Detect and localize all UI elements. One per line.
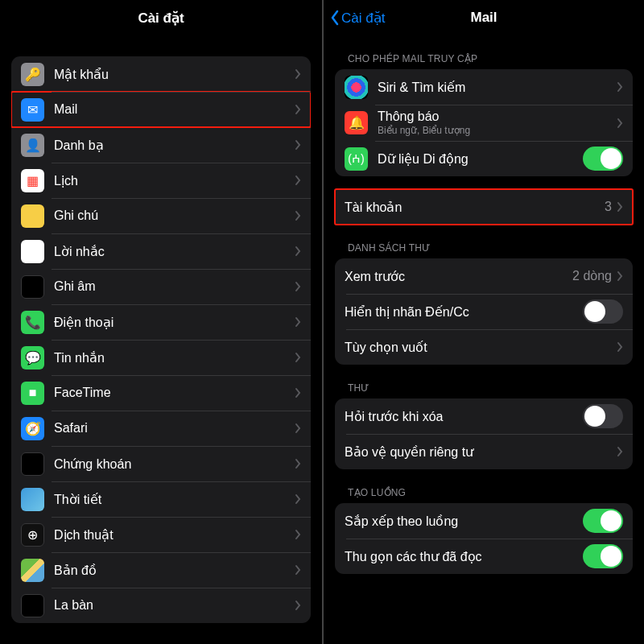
group-accounts: Tài khoản 3 (335, 189, 633, 225)
row-accounts[interactable]: Tài khoản 3 (335, 189, 633, 225)
chevron-right-icon (295, 600, 301, 611)
label: Thời tiết (54, 492, 295, 507)
messages-icon: 💬 (21, 346, 44, 369)
compass-icon (21, 594, 44, 617)
chevron-right-icon (295, 68, 301, 80)
section-header-mail: THƯ (335, 365, 633, 398)
cellular-toggle[interactable] (583, 147, 623, 171)
settings-screen: Cài đặt 🔑Mật khẩu✉︎Mail👤Danh bạ▦LịchGhi … (0, 0, 322, 644)
chevron-right-icon (295, 104, 301, 115)
chevron-right-icon (295, 210, 301, 221)
translate-icon: ⊕ (21, 523, 44, 547)
settings-row-stocks[interactable]: Chứng khoán (11, 446, 311, 481)
settings-row-messages[interactable]: 💬Tin nhắn (11, 340, 311, 375)
label: Tin nhắn (54, 350, 295, 365)
organize-toggle[interactable] (583, 509, 623, 533)
navbar: Cài đặt (0, 0, 322, 35)
chevron-right-icon (295, 316, 301, 328)
mail-scroll[interactable]: CHO PHÉP MAIL TRUY CẬP Siri & Tìm kiếm 🔔… (324, 35, 644, 644)
chevron-right-icon (295, 246, 301, 257)
row-ask-delete[interactable]: Hỏi trước khi xóa (335, 398, 633, 434)
accounts-count: 3 (605, 200, 612, 214)
settings-row-translate[interactable]: ⊕Dịch thuật (11, 517, 311, 552)
siri-icon (345, 76, 368, 99)
chevron-right-icon (295, 493, 301, 505)
row-cellular[interactable]: (ⵄ) Dữ liệu Di động (335, 141, 633, 176)
ask-toggle[interactable] (583, 404, 623, 428)
chevron-left-icon (330, 10, 340, 26)
section-header-list: DANH SÁCH THƯ (335, 225, 633, 258)
chevron-right-icon (295, 529, 301, 540)
back-button[interactable]: Cài đặt (330, 0, 385, 35)
label: Dịch thuật (54, 527, 295, 543)
collapse-toggle[interactable] (583, 544, 623, 568)
passwords-icon: 🔑 (21, 63, 44, 86)
stocks-icon (21, 452, 44, 476)
page-title: Mail (470, 10, 497, 26)
label: FaceTime (54, 386, 295, 400)
settings-row-voicememos[interactable]: Ghi âm (11, 269, 311, 304)
row-organize-thread[interactable]: Sắp xếp theo luồng (335, 503, 633, 539)
label: Dữ liệu Di động (378, 151, 583, 167)
row-privacy[interactable]: Bảo vệ quyền riêng tư (335, 434, 633, 469)
group-thread: Sắp xếp theo luồng Thu gọn các thư đã đọ… (335, 503, 633, 574)
label: Thu gọn các thư đã đọc (345, 549, 583, 564)
tocc-toggle[interactable] (583, 299, 623, 324)
settings-row-mail[interactable]: ✉︎Mail (11, 92, 311, 127)
row-preview[interactable]: Xem trước 2 dòng (335, 258, 633, 294)
label: La bàn (54, 598, 295, 613)
label: Bảo vệ quyền riêng tư (345, 444, 617, 460)
label: Mật khẩu (54, 67, 295, 82)
settings-scroll[interactable]: 🔑Mật khẩu✉︎Mail👤Danh bạ▦LịchGhi chúLời n… (0, 35, 322, 644)
settings-row-reminders[interactable]: Lời nhắc (11, 233, 311, 269)
label: Lời nhắc (54, 244, 295, 259)
label: Hiển thị nhãn Đến/Cc (345, 304, 583, 320)
settings-row-facetime[interactable]: ■FaceTime (11, 375, 311, 411)
row-collapse-read[interactable]: Thu gọn các thư đã đọc (335, 539, 633, 574)
chevron-right-icon (295, 175, 301, 186)
section-header-thread: TẠO LUỒNG (335, 469, 633, 503)
phone-icon: 📞 (21, 311, 44, 334)
settings-row-notes[interactable]: Ghi chú (11, 198, 311, 233)
settings-row-safari[interactable]: 🧭Safari (11, 411, 311, 446)
chevron-right-icon (295, 387, 301, 398)
voicememos-icon (21, 275, 44, 299)
label: Tài khoản (345, 200, 605, 215)
page-title: Cài đặt (138, 10, 184, 27)
settings-row-contacts[interactable]: 👤Danh bạ (11, 127, 311, 163)
facetime-icon: ■ (21, 382, 44, 405)
settings-row-maps[interactable]: Bản đồ (11, 552, 311, 588)
chevron-right-icon (295, 423, 301, 434)
chevron-right-icon (617, 201, 623, 213)
settings-row-weather[interactable]: Thời tiết (11, 481, 311, 517)
chevron-right-icon (617, 270, 623, 282)
reminders-icon (21, 240, 44, 263)
settings-row-phone[interactable]: 📞Điện thoại (11, 304, 311, 340)
row-notifications[interactable]: 🔔 Thông báo Biểu ngữ, Biểu tượng (335, 105, 633, 141)
notes-icon (21, 204, 44, 228)
chevron-right-icon (295, 458, 301, 469)
label: Tùy chọn vuốt (345, 340, 617, 355)
label: Thông báo Biểu ngữ, Biểu tượng (378, 109, 617, 136)
settings-row-calendar[interactable]: ▦Lịch (11, 163, 311, 198)
chevron-right-icon (617, 341, 623, 353)
chevron-right-icon (295, 139, 301, 151)
calendar-icon: ▦ (21, 169, 44, 192)
contacts-icon: 👤 (21, 134, 44, 157)
label: Safari (54, 421, 295, 436)
row-tocc[interactable]: Hiển thị nhãn Đến/Cc (335, 294, 633, 329)
label: Chứng khoán (54, 456, 295, 472)
row-siri[interactable]: Siri & Tìm kiếm (335, 69, 633, 105)
row-swipe[interactable]: Tùy chọn vuốt (335, 329, 633, 365)
safari-icon: 🧭 (21, 417, 44, 440)
label: Lịch (54, 173, 295, 188)
chevron-right-icon (295, 352, 301, 363)
label: Ghi âm (54, 279, 295, 294)
preview-value: 2 dòng (572, 269, 612, 283)
antenna-icon: (ⵄ) (345, 147, 368, 171)
settings-row-compass[interactable]: La bàn (11, 588, 311, 623)
settings-row-passwords[interactable]: 🔑Mật khẩu (11, 56, 311, 92)
chevron-right-icon (617, 118, 623, 129)
chevron-right-icon (617, 446, 623, 457)
chevron-right-icon (295, 281, 301, 292)
